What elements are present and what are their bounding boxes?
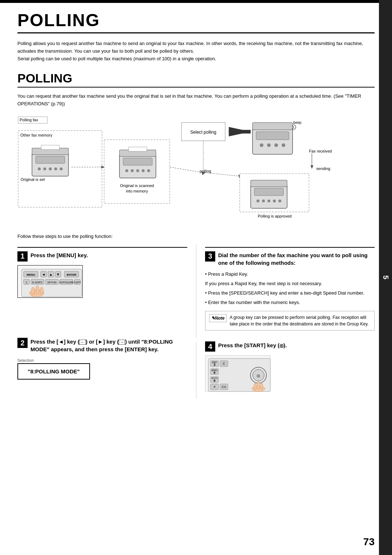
svg-text:EXPOSURE: EXPOSURE: [60, 281, 74, 284]
svg-point-32: [267, 143, 271, 147]
step2-title: Press the [◄] key (←) or [►] key (→) unt…: [30, 338, 187, 353]
main-title: POLLING: [17, 10, 375, 33]
note-box: ✎Note A group key can be pressed to perf…: [205, 311, 375, 331]
section-title: POLLING: [17, 71, 375, 88]
svg-point-7: [49, 167, 52, 170]
polling-approved-label: Polling is approved: [258, 214, 291, 218]
svg-point-6: [43, 167, 46, 170]
svg-point-18: [125, 169, 128, 172]
step1-title: Press the [MENU] key.: [30, 251, 88, 259]
svg-point-46: [268, 199, 270, 202]
intro-para-1: Polling allows you to request another fa…: [17, 40, 375, 55]
svg-text:CA: CA: [222, 385, 226, 389]
svg-rect-29: [253, 122, 293, 130]
svg-text:◎: ◎: [257, 373, 260, 378]
page-number: 73: [363, 536, 375, 548]
section-desc: You can request that another fax machine…: [17, 93, 375, 108]
other-fax-memory-label: Other fax memory: [20, 133, 53, 137]
fax-machine-2: [119, 147, 156, 178]
svg-point-45: [262, 199, 265, 202]
svg-point-9: [60, 167, 62, 170]
step2-header: 2 Press the [◄] key (←) or [►] key (→) u…: [17, 338, 187, 353]
steps-grid: 1 Press the [MENU] key. MENU ◄ ▲: [17, 244, 375, 399]
selection-label: Selection: [17, 358, 187, 362]
step2-number: 2: [17, 338, 28, 348]
menu-key-image: MENU ◄ ▲ ▼ ENTER 2 E-SORT/: [17, 265, 83, 298]
step4-title: Press the [START] key (◎).: [218, 341, 287, 349]
svg-rect-96: [254, 383, 256, 390]
svg-rect-74: [36, 286, 39, 294]
svg-text:COPY: COPY: [74, 281, 81, 284]
beep-label: beep: [293, 121, 302, 125]
svg-rect-75: [40, 287, 43, 294]
note-label: ✎Note: [209, 314, 227, 322]
svg-rect-27: [229, 130, 250, 134]
step3-divider: [205, 247, 375, 248]
svg-point-47: [273, 199, 276, 202]
svg-rect-43: [254, 188, 283, 195]
top-border: [0, 0, 392, 3]
svg-rect-10: [41, 145, 59, 150]
step3-bullet-2: If you press a Rapid Key, the next step …: [205, 280, 375, 288]
svg-text:C: C: [223, 362, 225, 365]
fax-machine-approved: [251, 180, 287, 208]
step3-bullet-3: • Press the [SPEED/SEARCH] key and enter…: [205, 289, 375, 297]
fax-machine-1: [32, 145, 68, 176]
note-text: A group key can be pressed to perform se…: [230, 314, 371, 327]
select-polling-label: Select polling: [190, 130, 216, 135]
step-1-container: 1 Press the [MENU] key. MENU ◄ ▲: [17, 244, 196, 338]
svg-point-21: [142, 169, 144, 172]
step3-bullet-4: • Enter the fax number with the numeric …: [205, 299, 375, 307]
step3-header: 3 Dial the number of the fax machine you…: [205, 251, 375, 267]
svg-point-19: [131, 169, 134, 172]
svg-text:2: 2: [26, 281, 27, 284]
svg-rect-98: [261, 383, 263, 389]
svg-point-22: [147, 169, 150, 172]
svg-point-20: [136, 169, 139, 172]
svg-rect-4: [36, 156, 65, 163]
svg-text:◄: ◄: [42, 272, 45, 276]
scanned-label: Original is scanned: [120, 183, 154, 188]
fax-received-label: Fax received: [309, 149, 332, 153]
step3-bullets: • Press a Rapid Key. If you press a Rapi…: [205, 270, 375, 307]
start-key-image: DEF 3 C ◎ MNO 6 WXYZ 9: [205, 355, 270, 392]
step4-number: 4: [205, 341, 215, 352]
sending-label: sending: [316, 166, 330, 171]
svg-text:6: 6: [213, 371, 215, 374]
svg-text:MENU: MENU: [26, 273, 35, 276]
follow-text: Follow these steps to use the polling fu…: [17, 234, 375, 239]
step3-title-text: Dial the number of the fax machine you w…: [218, 252, 368, 266]
svg-rect-23: [128, 147, 147, 151]
step-3-container: 3 Dial the number of the fax machine you…: [196, 244, 375, 338]
svg-text:ENTER: ENTER: [66, 273, 76, 276]
svg-text:3: 3: [213, 363, 215, 366]
svg-text:SP.FUN: SP.FUN: [48, 281, 57, 284]
svg-point-5: [38, 167, 41, 170]
step1-number: 1: [17, 251, 28, 262]
intro-para-2: Serial polling can be used to poll multi…: [17, 55, 375, 63]
svg-rect-30: [256, 132, 289, 140]
svg-text:9: 9: [213, 379, 215, 382]
svg-point-33: [274, 143, 278, 147]
svg-text:▼: ▼: [56, 272, 60, 276]
chapter-number: 5: [381, 275, 390, 279]
svg-rect-97: [257, 382, 260, 389]
step4-header: 4 Press the [START] key (◎).: [205, 341, 375, 352]
svg-marker-36: [310, 165, 313, 169]
fax-machine-receive: beep: [253, 121, 302, 154]
svg-point-44: [257, 199, 260, 202]
svg-text:into memory: into memory: [126, 189, 148, 193]
svg-text:#: #: [213, 385, 215, 389]
step3-title: Dial the number of the fax machine you w…: [218, 251, 375, 267]
chapter-tab: 5: [379, 0, 392, 555]
polling-diagram: Polling fax Other fax memory Original is…: [17, 114, 375, 227]
svg-line-38: [203, 173, 240, 176]
svg-rect-17: [123, 158, 152, 165]
step-4-container: 4 Press the [START] key (◎). DEF 3 C: [196, 341, 375, 399]
step1-divider: [17, 247, 187, 248]
step3-number: 3: [205, 251, 215, 262]
svg-rect-42: [251, 180, 287, 187]
step1-header: 1 Press the [MENU] key.: [17, 251, 187, 262]
svg-rect-73: [32, 287, 34, 295]
svg-text:E-SORT/: E-SORT/: [32, 281, 42, 284]
